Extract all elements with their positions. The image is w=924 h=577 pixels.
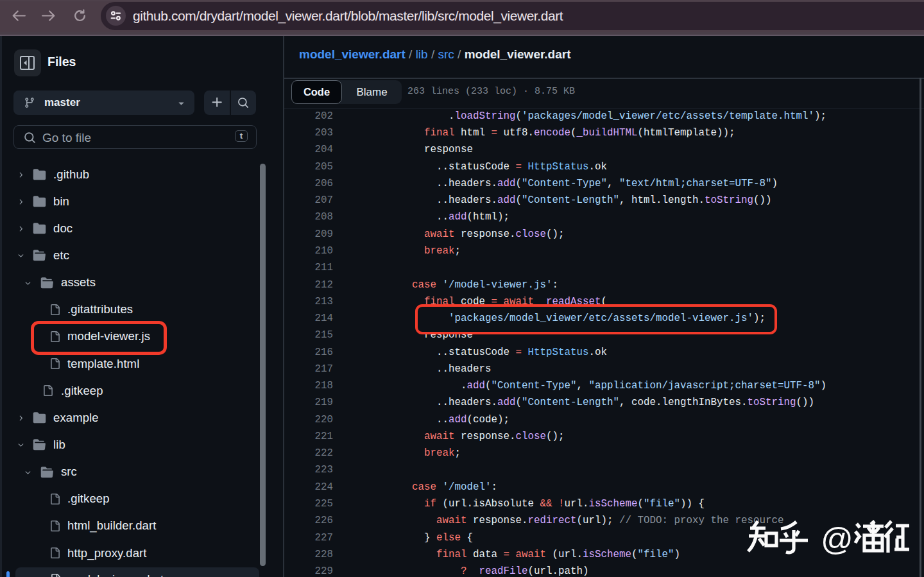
svg-text:@: @: [821, 521, 853, 556]
